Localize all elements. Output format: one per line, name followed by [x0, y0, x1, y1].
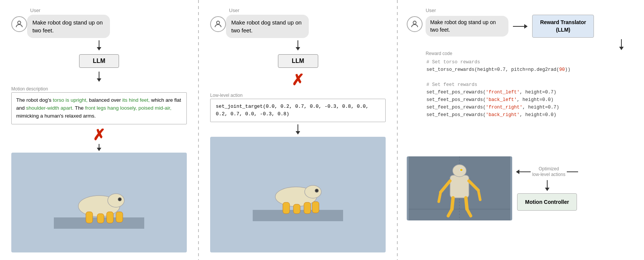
bubble-arrow-row: Make robot dog stand up on two feet. Rew…	[426, 15, 594, 38]
description-box-1: The robot dog's torso is upright, balanc…	[11, 92, 187, 124]
spacer2	[426, 39, 619, 50]
panel1-content: User Make robot dog stand up on two feet…	[11, 8, 187, 252]
panel-2: User Make robot dog stand up on two feet…	[199, 0, 397, 260]
reward-code-label: Reward code	[426, 51, 635, 56]
desc-green-1: torso is upright,	[53, 97, 87, 103]
motion-description-label: Motion description	[11, 86, 48, 92]
robot-image-2	[210, 137, 386, 252]
red-cross-2: ✗	[291, 72, 304, 87]
arrow-down-1	[97, 40, 101, 50]
code-line-comment-2: # Set feet rewards	[426, 81, 634, 89]
code-line-feet-3: set_feet_pos_rewards('front_right', heig…	[426, 104, 634, 111]
svg-point-0	[18, 21, 21, 24]
user-bubble-2: Make robot dog stand up on two feet.	[226, 15, 309, 38]
svg-rect-17	[312, 202, 319, 213]
user-label-3: User	[426, 8, 436, 13]
svg-line-34	[466, 198, 467, 209]
llm-box-1: LLM	[79, 54, 119, 68]
user-row-3: Make robot dog stand up on two feet. Rew…	[407, 15, 594, 38]
reward-translator-box: Reward Translator(LLM)	[532, 15, 594, 38]
arrow-left-line	[519, 171, 531, 172]
code-line-comment-1: # Set torso rewards	[426, 58, 634, 66]
panel2-content: User Make robot dog stand up on two feet…	[210, 8, 386, 252]
red-cross-1: ✗	[93, 127, 105, 142]
arrow-left-row: Optimizedlow-level actions	[516, 166, 578, 178]
svg-point-10	[217, 21, 220, 24]
arrow-down-2	[296, 40, 300, 50]
arrow-right-line2	[567, 171, 578, 172]
user-avatar-2	[210, 16, 226, 32]
arrow-down-2b	[296, 124, 300, 135]
mc-arrow-line	[547, 180, 548, 188]
arrow-line-rt	[621, 39, 622, 47]
user-avatar-1	[11, 16, 27, 32]
user-label-1: User	[30, 8, 40, 13]
arrow-from-translator-row	[426, 39, 635, 50]
robot-image-1	[11, 153, 187, 252]
arrow-down-1c	[97, 144, 101, 151]
svg-rect-4	[86, 212, 93, 223]
arrow-down-mc	[545, 180, 549, 191]
svg-line-32	[452, 198, 453, 209]
optimized-label: Optimizedlow-level actions	[532, 166, 565, 178]
svg-line-31	[478, 190, 480, 200]
svg-rect-14	[283, 202, 290, 214]
code-and-arrow: Reward code # Set torso rewards set_tors…	[426, 39, 635, 120]
svg-point-13	[305, 185, 321, 198]
robot-standing-image	[407, 156, 512, 220]
arrow-left-head	[516, 170, 519, 174]
svg-point-19	[316, 190, 318, 192]
panel3-left-col: User Make robot dog stand up on two feet…	[407, 8, 635, 120]
down-arrow-from-rt	[619, 39, 624, 50]
panel3-bottom-row: Optimizedlow-level actions Motion Contro…	[407, 124, 635, 252]
user-label-2: User	[229, 8, 239, 13]
desc-text-2: balanced over	[87, 97, 122, 103]
code-line-feet-4: set_feet_pos_rewards('back_right', heigh…	[426, 111, 634, 119]
desc-text-4: The	[73, 105, 85, 111]
user-bubble-1: Make robot dog stand up on two feet.	[27, 15, 110, 38]
panel-1: User Make robot dog stand up on two feet…	[0, 0, 198, 260]
svg-point-25	[453, 165, 466, 177]
reward-translator-label: Reward Translator(LLM)	[540, 19, 586, 33]
action-code: set_joint_target(0.0, 0.2, 0.7, 0.0, -0.…	[216, 104, 369, 117]
svg-rect-16	[304, 202, 311, 214]
cross-section-2: ✗	[291, 71, 304, 89]
user-bubble-3: Make robot dog stand up on two feet.	[426, 16, 508, 37]
user-row-2: Make robot dog stand up on two feet.	[210, 15, 386, 38]
low-level-label: Low-level action	[210, 93, 243, 98]
desc-text-1: The robot dog's	[16, 97, 53, 103]
cross-arrow-1: ✗	[93, 126, 105, 151]
svg-point-27	[460, 169, 462, 171]
desc-green-2: its hind feet,	[122, 97, 150, 103]
svg-rect-5	[97, 214, 104, 223]
arrow-left-element	[516, 170, 531, 174]
optimized-label-container: Optimizedlow-level actions	[532, 166, 565, 178]
code-line-feet-2: set_feet_pos_rewards('back_left', height…	[426, 96, 634, 104]
robot-standing-svg	[409, 156, 510, 220]
right-side-panel3: Optimizedlow-level actions Motion Contro…	[516, 166, 578, 211]
reward-code-block: # Set torso rewards set_torso_rewards(he…	[426, 57, 635, 120]
robot-dog-svg-2	[253, 168, 343, 221]
motion-controller-box: Motion Controller	[517, 193, 577, 211]
action-box-2: set_joint_target(0.0, 0.2, 0.7, 0.0, -0.…	[210, 99, 386, 122]
code-line-torso: set_torso_rewards(height=0.7, pitch=np.d…	[426, 66, 634, 73]
code-section-row: Reward code # Set torso rewards set_tors…	[407, 39, 635, 120]
desc-green-4: front legs hang loosely, poised mid-air,	[85, 105, 171, 111]
code-line-feet-1: set_feet_pos_rewards('front_left', heigh…	[426, 89, 634, 96]
desc-green-3: shoulder-width apart.	[26, 105, 73, 111]
svg-line-29	[439, 192, 441, 202]
arrow-head-rt	[619, 47, 624, 50]
svg-rect-24	[450, 175, 469, 198]
svg-rect-6	[107, 212, 113, 223]
llm-box-2: LLM	[278, 54, 318, 68]
panel-3: User Make robot dog stand up on two feet…	[398, 0, 644, 260]
svg-point-3	[108, 194, 124, 207]
user-row-1: Make robot dog stand up on two feet.	[11, 15, 187, 38]
arrow-down-1b	[97, 72, 101, 82]
robot-dog-svg-1	[54, 176, 144, 229]
svg-rect-15	[293, 204, 300, 214]
svg-rect-7	[116, 212, 123, 222]
arrow-to-translator	[513, 24, 528, 29]
mc-arrow-head	[545, 188, 549, 191]
svg-point-20	[413, 21, 416, 24]
